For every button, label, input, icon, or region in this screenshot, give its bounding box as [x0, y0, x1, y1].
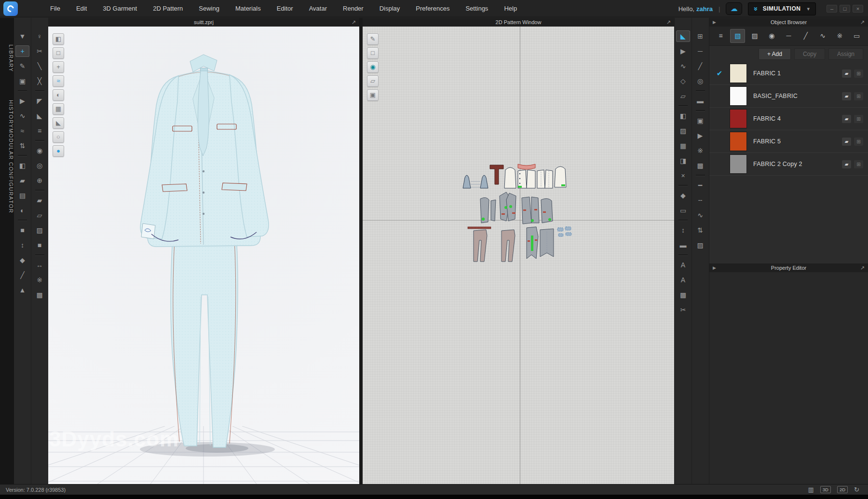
show-pattern-icon[interactable]: ▱: [367, 75, 379, 87]
grid-pattern-icon[interactable]: ▩: [676, 289, 690, 301]
trace-pattern-icon[interactable]: ▨: [676, 125, 690, 137]
flower-trim-icon[interactable]: ※: [693, 145, 707, 156]
texture-tool-icon[interactable]: ▨: [693, 239, 707, 251]
button-tab-icon[interactable]: ◉: [764, 29, 779, 43]
popout-icon[interactable]: ↗: [860, 263, 865, 272]
grainline-icon[interactable]: ⇅: [693, 224, 707, 236]
fabric-sheet-icon[interactable]: ▰: [842, 138, 851, 146]
brush-tool-icon[interactable]: ╱: [15, 269, 29, 281]
fold-arrangement-icon[interactable]: ◧: [15, 160, 29, 171]
menu-sewing[interactable]: Sewing: [199, 0, 219, 17]
fabric-save-icon[interactable]: ⊞: [854, 115, 863, 123]
pattern-info-icon[interactable]: ◉: [367, 61, 379, 73]
shears-icon[interactable]: ✂: [676, 304, 690, 316]
sidebar-tab-history[interactable]: HISTORY: [0, 100, 14, 128]
tape-measure-icon[interactable]: ▬: [676, 239, 690, 251]
layer-garment-icon[interactable]: ▤: [15, 190, 29, 201]
fabric-sheet-icon[interactable]: ▰: [842, 115, 851, 123]
menu-materials[interactable]: Materials: [235, 0, 261, 17]
fabric-row[interactable]: ✔ BASIC_FABRIC ▰ ⊞: [709, 85, 868, 108]
menu-settings[interactable]: Settings: [465, 0, 488, 17]
edit-texture-icon[interactable]: ✎: [367, 33, 379, 45]
edit-curvature-icon[interactable]: ∿: [676, 60, 690, 72]
flower-trim-icon[interactable]: ※: [33, 274, 47, 286]
arrangement-grid-icon[interactable]: ▦: [53, 103, 64, 115]
zigzag-stitch-icon[interactable]: ∿: [693, 209, 707, 221]
seam-allowance-icon[interactable]: ▦: [676, 140, 690, 152]
dual-view-icon[interactable]: ▥: [808, 486, 814, 493]
fabric-save-icon[interactable]: ⊞: [854, 92, 863, 100]
scissors-tool-icon[interactable]: ✂: [33, 45, 47, 57]
trace-knife-icon[interactable]: ╳: [33, 75, 47, 87]
fabric-row[interactable]: ✔ FABRIC 2 Copy 2 ▰ ⊞: [709, 153, 868, 176]
wind-controller-icon[interactable]: ≈: [53, 75, 64, 87]
detect-sewing-icon[interactable]: ◎: [693, 75, 707, 87]
padding-tool-icon[interactable]: ■: [15, 224, 29, 236]
popout-icon[interactable]: ↗: [352, 18, 356, 27]
2d-pattern-canvas[interactable]: ✎□◉▱▣: [363, 27, 674, 484]
edit-sculpt-icon[interactable]: ✎: [15, 60, 29, 72]
popout-icon[interactable]: ↗: [666, 18, 671, 27]
checker-print-icon[interactable]: ▩: [693, 160, 707, 171]
avatar-show-icon[interactable]: ○: [53, 131, 64, 143]
segment-sewing-icon[interactable]: ─: [693, 45, 707, 57]
sewing-tool-icon[interactable]: ∿: [15, 110, 29, 122]
measure-tab-icon[interactable]: ▭: [849, 29, 864, 43]
sidebar-tab-modular-configurator[interactable]: MODULAR CONFIGURATOR: [0, 128, 14, 213]
fabric-save-icon[interactable]: ⊞: [854, 160, 863, 168]
menu-render[interactable]: Render: [343, 0, 364, 17]
shirt-arrow-icon[interactable]: ▲: [15, 284, 29, 296]
text-style-icon[interactable]: A: [676, 274, 690, 286]
lift-garment-icon[interactable]: ↕: [15, 239, 29, 251]
fabric-sheet-icon[interactable]: ▰: [842, 69, 851, 78]
transform-pattern-icon[interactable]: ◣: [676, 30, 690, 42]
trim-tab-icon[interactable]: ※: [832, 29, 847, 43]
edit-pattern-icon[interactable]: ▶: [676, 45, 690, 57]
buttonhole-tool-icon[interactable]: ◎: [33, 160, 47, 171]
button-lock-icon[interactable]: ⊕: [33, 175, 47, 186]
add-point-icon[interactable]: ▱: [676, 90, 690, 102]
close-button[interactable]: ×: [853, 5, 863, 13]
menu-display[interactable]: Display: [380, 0, 400, 17]
pin-garment-icon[interactable]: ▶: [693, 130, 707, 141]
sidebar-tab-library[interactable]: LIBRARY: [0, 44, 14, 72]
stitch-tab-icon[interactable]: ╱: [798, 29, 813, 43]
rearrange-garment-icon[interactable]: ◧: [53, 33, 64, 45]
collapse-arrow-icon[interactable]: ▶: [713, 263, 716, 272]
chevron-down-icon[interactable]: ▾: [807, 6, 810, 12]
texture-swatch-icon[interactable]: ▨: [33, 224, 47, 236]
viewport-divider[interactable]: [359, 18, 363, 484]
gizmo-arrow-icon[interactable]: ▼: [15, 30, 29, 42]
username-link[interactable]: zahra: [696, 5, 713, 13]
texture-square-icon[interactable]: ■: [33, 239, 47, 251]
menu-avatar[interactable]: Avatar: [309, 0, 327, 17]
polygon-pattern-icon[interactable]: ◧: [676, 110, 690, 122]
add-button[interactable]: + Add: [759, 48, 791, 60]
machine-stitch-icon[interactable]: ⇅: [15, 140, 29, 152]
avatar-walk-icon[interactable]: ♀: [33, 30, 47, 42]
menu-2d-pattern[interactable]: 2D Pattern: [153, 0, 183, 17]
toggle-2d-button[interactable]: 2D: [837, 486, 848, 493]
fabric-sheet-icon[interactable]: ▰: [842, 160, 851, 168]
checker-garment-icon[interactable]: ▩: [33, 289, 47, 301]
flare-tool-icon[interactable]: ◣: [33, 110, 47, 122]
button-tool-icon[interactable]: ◉: [33, 145, 47, 156]
fabric-strip-icon[interactable]: ▱: [33, 209, 47, 221]
fabric-sheet-icon[interactable]: ▰: [842, 92, 851, 100]
puckering-tab-icon[interactable]: ∿: [815, 29, 830, 43]
menu-edit[interactable]: Edit: [76, 0, 87, 17]
sewing-machine-icon[interactable]: ⊞: [693, 30, 707, 42]
lock-pattern-icon[interactable]: ▣: [367, 89, 379, 101]
render-globe-icon[interactable]: ●: [53, 145, 64, 157]
menu-help[interactable]: Help: [504, 0, 517, 17]
fabric-save-icon[interactable]: ⊞: [854, 69, 863, 78]
band-tool-icon[interactable]: ◆: [15, 254, 29, 266]
select-garment-icon[interactable]: ▣: [693, 115, 707, 126]
clone-pattern-icon[interactable]: ◨: [676, 155, 690, 166]
fabric-row[interactable]: ✔ FABRIC 1 ▰ ⊞: [709, 62, 868, 85]
fabric-save-icon[interactable]: ⊞: [854, 138, 863, 146]
seam-taping-icon[interactable]: ▬: [693, 95, 707, 107]
toggle-3d-button[interactable]: 3D: [820, 486, 831, 493]
open-vest-icon[interactable]: ◐: [15, 205, 29, 216]
edit-curve-point-icon[interactable]: ◇: [676, 75, 690, 87]
